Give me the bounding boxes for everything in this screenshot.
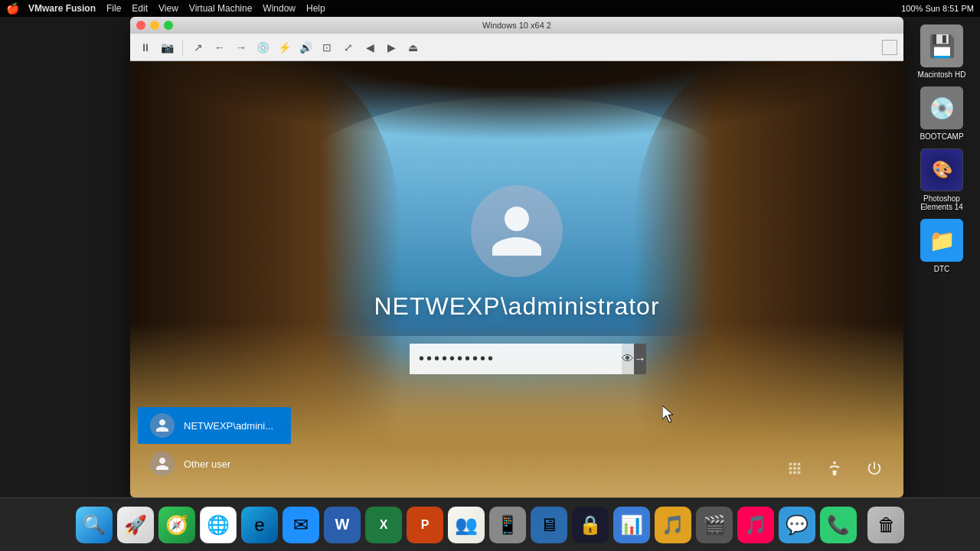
network-icon — [786, 460, 803, 477]
safari-icon: 🧭 — [165, 514, 188, 536]
dock-app2[interactable]: 📱 — [489, 507, 526, 543]
dock-app4[interactable]: 🔒 — [572, 507, 609, 543]
dock-app3[interactable]: 🖥 — [531, 507, 567, 543]
minimize-button[interactable] — [150, 21, 159, 30]
user-panel-other[interactable]: Other user — [138, 445, 291, 482]
accessibility-button[interactable] — [821, 455, 848, 482]
dock-app9[interactable]: 📞 — [820, 507, 857, 543]
dock-app6[interactable]: 🎵 — [655, 507, 691, 543]
system-buttons — [781, 455, 888, 482]
dock-itunes[interactable]: 🎵 — [737, 507, 774, 543]
vmware-window: Windows 10 x64 2 ⏸ 📷 ↗ ← → 💿 ⚡ 🔊 ⊡ ⤢ ◀ ▶… — [130, 17, 903, 497]
bootcamp-label: BOOTCAMP — [920, 132, 963, 141]
dock-safari[interactable]: 🧭 — [158, 507, 195, 543]
username-display: NETWEXP\administrator — [374, 292, 659, 321]
usb-button[interactable]: ⚡ — [275, 38, 293, 57]
power-button[interactable] — [861, 455, 888, 482]
eye-icon: 👁 — [622, 352, 634, 366]
right-arrow[interactable]: ▶ — [382, 38, 400, 57]
capture-button[interactable]: 📷 — [158, 38, 176, 57]
svg-point-0 — [833, 461, 836, 465]
apple-logo[interactable]: 🍎 — [6, 2, 19, 15]
app6-icon: 🎵 — [662, 514, 684, 536]
other-user-name: Other user — [184, 458, 230, 470]
vmware-titlebar: Windows 10 x64 2 — [130, 17, 903, 34]
password-input[interactable] — [410, 344, 622, 374]
app8-icon: 💬 — [786, 514, 808, 536]
admin-user-name: NETWEXP\admini... — [184, 420, 273, 432]
app7-icon: 🎬 — [703, 514, 726, 536]
submit-password-button[interactable]: → — [634, 344, 646, 374]
menu-vmware-fusion[interactable]: VMware Fusion — [28, 3, 96, 14]
accessibility-icon — [826, 460, 843, 477]
mac-menubar: 🍎 VMware Fusion File Edit View Virtual M… — [0, 0, 980, 17]
other-avatar-icon — [155, 456, 170, 471]
back-button[interactable]: ← — [211, 38, 229, 57]
vmware-title: Windows 10 x64 2 — [482, 21, 551, 30]
word-icon: W — [335, 516, 350, 533]
mail-icon: ✉ — [293, 514, 309, 536]
dock-app7[interactable]: 🎬 — [696, 507, 733, 543]
mac-dock: 🔍 🚀 🧭 🌐 e ✉ W X P 👥 📱 🖥 🔒 📊 🎵 🎬 — [0, 497, 980, 551]
menu-virtual-machine[interactable]: Virtual Machine — [189, 3, 253, 14]
user-avatar-icon — [486, 201, 547, 262]
ie-icon: e — [254, 514, 264, 536]
maximize-button[interactable] — [164, 21, 173, 30]
sound-button[interactable]: 🔊 — [296, 38, 315, 57]
launchpad-icon: 🚀 — [124, 514, 147, 536]
titlebar-buttons — [136, 21, 173, 30]
dock-powerpoint[interactable]: P — [407, 507, 443, 543]
dock-trash[interactable]: 🗑 — [867, 507, 904, 543]
dock-word[interactable]: W — [324, 507, 361, 543]
show-password-button[interactable]: 👁 — [622, 344, 634, 374]
app5-icon: 📊 — [620, 514, 643, 536]
trash-icon: 🗑 — [877, 514, 896, 536]
forward-button[interactable]: → — [232, 38, 250, 57]
dock-launchpad[interactable]: 🚀 — [117, 507, 154, 543]
app4-icon: 🔒 — [579, 514, 602, 536]
mac-desktop-sidebar: 💾 Macintosh HD 💿 BOOTCAMP 🎨 Photoshop El… — [903, 17, 980, 497]
dock-app5[interactable]: 📊 — [613, 507, 650, 543]
dock-chrome[interactable]: 🌐 — [200, 507, 237, 543]
user-panel-admin[interactable]: NETWEXP\admini... — [138, 407, 291, 444]
menu-view[interactable]: View — [158, 3, 178, 14]
dock-finder[interactable]: 🔍 — [76, 507, 113, 543]
desktop-icon-photoshop[interactable]: 🎨 Photoshop Elements 14 — [911, 148, 972, 211]
menu-file[interactable]: File — [106, 3, 121, 14]
menu-edit[interactable]: Edit — [132, 3, 148, 14]
dock-app8[interactable]: 💬 — [779, 507, 815, 543]
app3-icon: 🖥 — [540, 514, 558, 536]
arrow-icon: → — [634, 352, 646, 366]
pause-button[interactable]: ⏸ — [136, 38, 155, 57]
view-button[interactable]: ⊡ — [318, 38, 336, 57]
network-settings-button[interactable] — [781, 455, 808, 482]
pointer-tool[interactable]: ↗ — [189, 38, 207, 57]
excel-icon: X — [380, 518, 388, 532]
desktop-icon-dtc[interactable]: 📁 DTC — [911, 219, 972, 273]
cd-button[interactable]: 💿 — [253, 38, 272, 57]
close-button[interactable] — [136, 21, 145, 30]
dock-mail[interactable]: ✉ — [283, 507, 319, 543]
app2-icon: 📱 — [496, 514, 519, 536]
admin-avatar-icon — [155, 418, 170, 433]
password-row: 👁 → — [410, 344, 624, 374]
menu-help[interactable]: Help — [306, 3, 325, 14]
desktop-icon-bootcamp[interactable]: 💿 BOOTCAMP — [911, 86, 972, 141]
itunes-icon: 🎵 — [744, 514, 767, 536]
dock-excel[interactable]: X — [365, 507, 402, 543]
desktop-icon-macintosh-hd[interactable]: 💾 Macintosh HD — [911, 24, 972, 79]
dock-contacts[interactable]: 👥 — [448, 507, 485, 543]
finder-icon: 🔍 — [83, 514, 106, 536]
dock-ie[interactable]: e — [241, 507, 278, 543]
windows-lockscreen[interactable]: NETWEXP\administrator 👁 → — [130, 61, 903, 497]
powerpoint-icon: P — [421, 518, 430, 532]
photoshop-label: Photoshop Elements 14 — [911, 194, 972, 211]
left-arrow[interactable]: ◀ — [361, 38, 379, 57]
menu-window[interactable]: Window — [263, 3, 296, 14]
fullscreen-button[interactable]: ⤢ — [339, 38, 358, 57]
user-switcher-panel: NETWEXP\admini... Other user — [138, 407, 291, 482]
vmware-menu-icon[interactable] — [882, 40, 897, 55]
admin-avatar — [150, 413, 175, 438]
chrome-icon: 🌐 — [207, 514, 230, 536]
eject-button[interactable]: ⏏ — [403, 38, 422, 57]
